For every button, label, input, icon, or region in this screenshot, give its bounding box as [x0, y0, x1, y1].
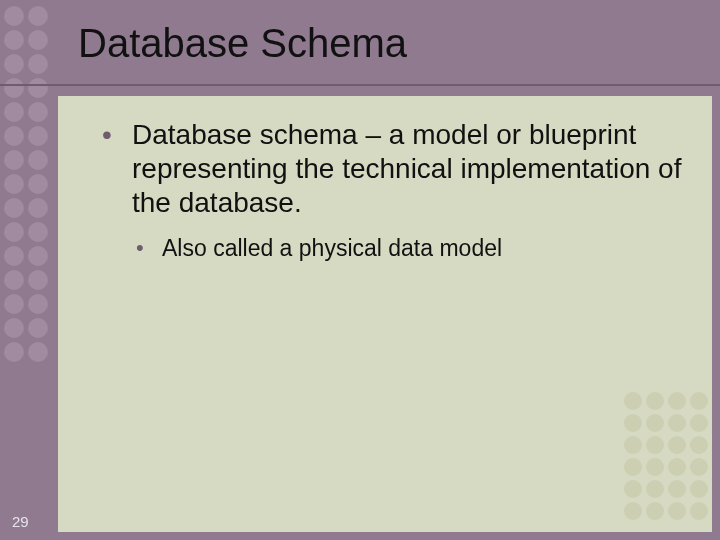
decor-dot	[4, 174, 24, 194]
decor-dot	[646, 436, 664, 454]
bullet-level-1: Database schema – a model or blueprint r…	[98, 118, 690, 220]
bullet-level-2: Also called a physical data model	[132, 234, 690, 263]
content-area: Database schema – a model or blueprint r…	[98, 118, 690, 263]
decor-dot	[4, 54, 24, 74]
decor-dot	[690, 414, 708, 432]
page-number: 29	[12, 513, 29, 530]
decor-dot	[690, 392, 708, 410]
decor-dot	[668, 436, 686, 454]
decor-dot	[28, 150, 48, 170]
decor-dot	[646, 458, 664, 476]
decor-dot	[4, 30, 24, 50]
decor-dot	[624, 502, 642, 520]
decor-dot	[668, 414, 686, 432]
decor-dot	[28, 198, 48, 218]
decor-dot	[28, 342, 48, 362]
slide-title: Database Schema	[78, 21, 407, 66]
decor-dot	[624, 436, 642, 454]
decor-dot	[28, 222, 48, 242]
decor-dot	[646, 480, 664, 498]
decor-dot	[690, 502, 708, 520]
decor-dot	[4, 78, 24, 98]
decor-dot	[4, 270, 24, 290]
decor-dot	[28, 102, 48, 122]
decor-dot	[690, 480, 708, 498]
decor-dot	[624, 392, 642, 410]
decor-dot	[4, 126, 24, 146]
decor-dot	[4, 294, 24, 314]
decor-dot	[668, 480, 686, 498]
decor-dot	[624, 414, 642, 432]
decor-dot	[690, 458, 708, 476]
decor-dot	[28, 54, 48, 74]
decor-dot	[646, 414, 664, 432]
decor-dot	[4, 318, 24, 338]
decor-dot	[690, 436, 708, 454]
decor-dot	[4, 342, 24, 362]
decor-dot	[28, 30, 48, 50]
slide: Database Schema Database schema – a mode…	[0, 0, 720, 540]
decor-dot	[4, 246, 24, 266]
decor-dot	[668, 392, 686, 410]
title-area: Database Schema	[78, 8, 706, 78]
decor-dot	[28, 6, 48, 26]
decor-dot	[624, 458, 642, 476]
decor-dot	[28, 318, 48, 338]
decor-dot	[668, 502, 686, 520]
decor-dot	[4, 150, 24, 170]
decor-dot	[4, 102, 24, 122]
decor-dot	[28, 78, 48, 98]
decor-dot	[28, 126, 48, 146]
decor-dot	[624, 480, 642, 498]
bottom-right-dot-grid	[608, 392, 708, 520]
decor-dot	[28, 270, 48, 290]
decor-dot	[4, 198, 24, 218]
decor-dot	[4, 222, 24, 242]
decor-dot	[646, 392, 664, 410]
body-panel: Database schema – a model or blueprint r…	[58, 96, 712, 532]
decor-dot	[668, 458, 686, 476]
decor-dot	[4, 6, 24, 26]
left-dot-column	[4, 6, 52, 362]
title-underline	[0, 84, 720, 86]
decor-dot	[646, 502, 664, 520]
decor-dot	[28, 174, 48, 194]
decor-dot	[28, 294, 48, 314]
decor-dot	[28, 246, 48, 266]
